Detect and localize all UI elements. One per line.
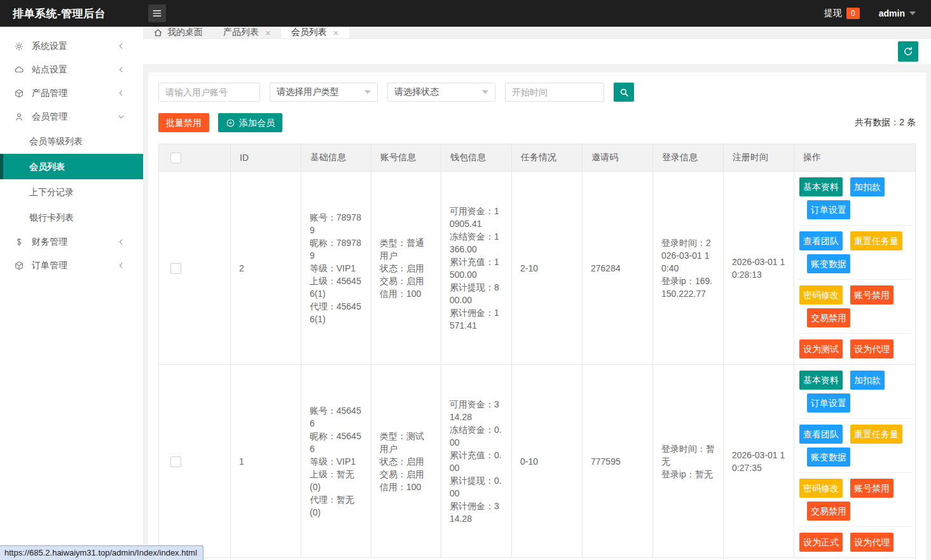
action-button[interactable]: 账号禁用	[850, 479, 893, 498]
chevron-down-icon	[117, 113, 125, 121]
withdraw-label: 提现	[824, 8, 842, 19]
tab-product-list[interactable]: 产品列表×	[213, 27, 281, 38]
cell-actions: 基本资料加扣款订单设置查看团队重置任务量账变数据密码修改账号禁用交易禁用设为测试…	[794, 172, 916, 365]
status-select[interactable]: 请选择状态	[387, 83, 495, 102]
info-line: 信用：100	[380, 287, 432, 300]
sidebar-item-updown-records[interactable]: 上下分记录	[0, 179, 143, 205]
batch-disable-button[interactable]: 批量禁用	[158, 113, 209, 132]
sidebar-subitem-label: 上下分记录	[29, 187, 74, 197]
info-line: 等级：VIP1	[310, 262, 362, 275]
chevron-down-icon	[364, 90, 371, 94]
info-line: 累计佣金：314.28	[450, 500, 503, 525]
column-header: 基础信息	[301, 144, 371, 172]
action-button[interactable]: 基本资料	[799, 177, 843, 196]
action-button[interactable]: 设为正式	[799, 533, 843, 552]
menu-toggle-button[interactable]	[148, 4, 166, 22]
sidebar-item-product-management[interactable]: 产品管理	[0, 81, 143, 105]
cell-login-info: 登录时间：暂无登录ip：暂无	[653, 365, 724, 558]
status-value: 请选择状态	[394, 86, 439, 98]
chevron-left-icon	[117, 238, 125, 246]
action-button[interactable]: 基本资料	[799, 371, 843, 390]
add-member-button[interactable]: 添加会员	[218, 113, 282, 132]
action-button[interactable]: 设为测试	[799, 339, 843, 359]
sidebar-item-system-settings[interactable]: 系统设置	[0, 34, 143, 58]
action-button[interactable]: 账变数据	[807, 254, 850, 273]
cell-actions: 基本资料加扣款订单设置查看团队重置任务量账变数据密码修改账号禁用交易禁用设为正式…	[794, 365, 916, 558]
info-line: 代理：456456(1)	[310, 300, 362, 325]
search-button[interactable]	[614, 83, 634, 102]
sidebar-item-label: 会员管理	[32, 111, 67, 123]
cell-register-time: 2026-03-01 10:28:13	[724, 172, 794, 365]
action-button[interactable]: 交易禁用	[807, 502, 850, 521]
action-button[interactable]: 设为代理	[850, 533, 893, 552]
sidebar-item-site-settings[interactable]: 站点设置	[0, 58, 143, 81]
action-button[interactable]: 加扣款	[850, 177, 885, 196]
refresh-icon	[902, 46, 914, 57]
topbar: 排单系统-管理后台 提现 0 admin	[0, 0, 931, 27]
chevron-left-icon	[117, 261, 125, 270]
table-body: 2账号：789789昵称：789789等级：VIP1上级：456456(1)代理…	[159, 172, 916, 558]
action-button[interactable]: 订单设置	[807, 393, 850, 413]
info-line: 可用资金：10905.41	[450, 205, 503, 230]
status-url: https://685.2.haiwaiym31.top/admin/Index…	[0, 545, 203, 560]
action-button[interactable]: 交易禁用	[807, 308, 850, 327]
info-line: 可用资金：314.28	[450, 398, 503, 423]
account-search-input[interactable]	[158, 83, 260, 102]
action-button[interactable]: 密码修改	[799, 285, 843, 304]
sidebar-item-finance-management[interactable]: 财务管理	[0, 230, 143, 254]
action-button[interactable]: 账变数据	[807, 447, 850, 467]
action-button[interactable]: 加扣款	[850, 371, 885, 390]
action-button[interactable]: 订单设置	[807, 200, 850, 219]
chevron-left-icon	[117, 89, 125, 97]
start-time-input[interactable]	[505, 83, 604, 102]
close-icon[interactable]: ×	[265, 27, 271, 38]
info-line: 账号：456456	[310, 404, 362, 430]
action-button[interactable]: 设为代理	[850, 339, 893, 359]
row-checkbox[interactable]	[170, 263, 181, 274]
info-line: 登录时间：2026-03-01 10:40	[661, 236, 715, 275]
column-header: 任务情况	[512, 144, 583, 172]
table-row: 1账号：456456昵称：456456等级：VIP1上级：暂无(0)代理：暂无(…	[159, 365, 916, 558]
column-header: ID	[231, 144, 301, 172]
user-menu[interactable]: admin	[879, 8, 916, 18]
tab-member-list[interactable]: 会员列表×	[281, 27, 349, 38]
cell-id: 2	[231, 172, 301, 365]
action-button[interactable]: 查看团队	[799, 425, 843, 444]
action-button[interactable]: 密码修改	[799, 479, 843, 498]
info-line: 等级：VIP1	[310, 455, 362, 468]
tab-desktop[interactable]: 我的桌面	[143, 27, 213, 38]
column-header: 登录信息	[653, 144, 724, 172]
info-line: 昵称：456456	[310, 430, 362, 455]
user-type-select[interactable]: 请选择用户类型	[270, 83, 378, 102]
action-button[interactable]: 重置任务量	[850, 425, 902, 444]
sidebar-item-bank-card-list[interactable]: 银行卡列表	[0, 205, 143, 230]
select-all-checkbox[interactable]	[170, 153, 181, 163]
cell-login-info: 登录时间：2026-03-01 10:40登录ip：169.150.222.77	[653, 172, 724, 365]
row-select-cell	[159, 172, 231, 365]
sidebar-subitem-label: 会员列表	[29, 161, 65, 172]
sidebar-item-member-list[interactable]: 会员列表	[0, 154, 143, 179]
sidebar-subitem-label: 会员等级列表	[29, 136, 83, 146]
cell-wallet-info: 可用资金：314.28冻结资金：0.00累计充值：0.00累计提现：0.00累计…	[441, 365, 512, 558]
close-icon[interactable]: ×	[333, 27, 339, 38]
sidebar-item-order-management[interactable]: 订单管理	[0, 254, 143, 277]
tab-label: 我的桌面	[167, 27, 203, 38]
sidebar-item-member-management[interactable]: 会员管理	[0, 105, 143, 128]
search-icon	[619, 87, 630, 98]
sidebar-item-label: 产品管理	[32, 88, 67, 99]
action-button[interactable]: 重置任务量	[850, 231, 902, 250]
total-count: 共有数据：2 条	[855, 117, 916, 128]
refresh-button[interactable]	[898, 41, 918, 62]
tab-bar: 我的桌面产品列表×会员列表×	[143, 27, 931, 39]
withdraw-badge: 0	[846, 8, 860, 19]
column-header: 注册时间	[724, 144, 794, 172]
main-content: 我的桌面产品列表×会员列表× 请选择用户类型 请选择状态	[143, 27, 931, 560]
withdraw-link[interactable]: 提现 0	[824, 8, 860, 19]
action-button[interactable]: 账号禁用	[850, 285, 893, 304]
sidebar-item-member-level-list[interactable]: 会员等级列表	[0, 128, 143, 154]
action-group: 基本资料加扣款订单设置	[798, 365, 911, 419]
action-button[interactable]: 查看团队	[799, 231, 843, 250]
sidebar-item-label: 站点设置	[32, 64, 67, 76]
members-table: ID基础信息账号信息钱包信息任务情况邀请码登录信息注册时间操作 2账号：7897…	[158, 144, 916, 558]
row-checkbox[interactable]	[170, 456, 181, 467]
